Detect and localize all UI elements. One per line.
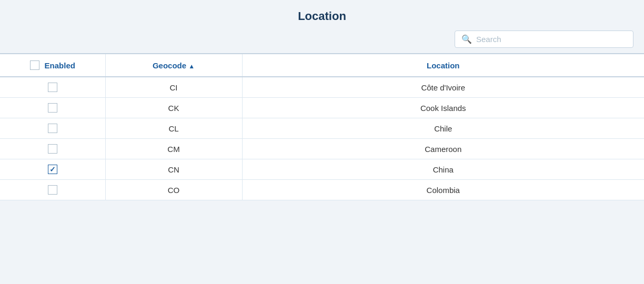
page-title: Location [0,0,644,31]
th-location-label: Location [427,61,460,70]
table-row: CKCook Islands [0,98,644,118]
row-checkbox-3[interactable] [48,144,57,154]
row-checkbox-5[interactable] [48,185,57,195]
search-icon: 🔍 [461,34,472,44]
th-enabled: Enabled [0,54,105,77]
table-row: CLChile [0,118,644,139]
search-wrapper: 🔍 [455,31,633,48]
table-row: CMCameroon [0,139,644,159]
table-header-row: Enabled Geocode ▲ Location [0,54,644,77]
location-cell: China [242,159,644,180]
enabled-cell [0,77,105,98]
row-checkbox-0[interactable] [48,83,57,92]
location-cell: Cook Islands [242,98,644,118]
enabled-cell [0,139,105,159]
geocode-cell: CL [105,118,242,139]
table-row: CICôte d'Ivoire [0,77,644,98]
location-cell: Chile [242,118,644,139]
enabled-cell: ✓ [0,159,105,180]
location-cell: Colombia [242,180,644,200]
location-cell: Cameroon [242,139,644,159]
row-checkbox-2[interactable] [48,124,57,133]
select-all-checkbox[interactable] [30,60,39,70]
enabled-cell [0,98,105,118]
th-enabled-label: Enabled [45,61,75,70]
table-container: Enabled Geocode ▲ Location CICôte d'Ivoi… [0,53,644,284]
geocode-cell: CN [105,159,242,180]
table-row: COColombia [0,180,644,200]
geocode-cell: CM [105,139,242,159]
geocode-cell: CI [105,77,242,98]
row-checkbox-1[interactable] [48,103,57,113]
th-location[interactable]: Location [242,54,644,77]
enabled-cell [0,118,105,139]
location-cell: Côte d'Ivoire [242,77,644,98]
search-bar-row: 🔍 [0,31,644,53]
sort-asc-icon: ▲ [188,63,195,70]
geocode-cell: CO [105,180,242,200]
table-body: CICôte d'IvoireCKCook IslandsCLChileCMCa… [0,77,644,200]
th-geocode[interactable]: Geocode ▲ [105,54,242,77]
row-checkbox-4[interactable]: ✓ [48,165,57,174]
enabled-cell [0,180,105,200]
location-table: Enabled Geocode ▲ Location CICôte d'Ivoi… [0,54,644,200]
table-row: ✓CNChina [0,159,644,180]
search-input[interactable] [476,35,627,44]
th-geocode-label: Geocode [153,61,186,70]
geocode-cell: CK [105,98,242,118]
checkmark-icon: ✓ [49,166,56,173]
page-container: Location 🔍 Enabled Geocode ▲ [0,0,644,284]
